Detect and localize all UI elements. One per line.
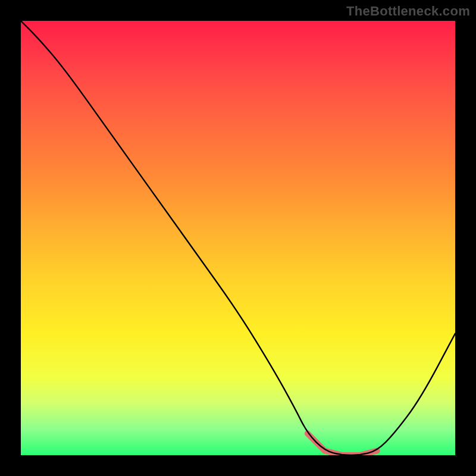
bottleneck-curve xyxy=(21,21,455,455)
curve-svg xyxy=(21,21,455,455)
chart-container: TheBottleneck.com xyxy=(0,0,476,476)
plot-area xyxy=(21,21,455,455)
watermark-text: TheBottleneck.com xyxy=(346,4,470,19)
